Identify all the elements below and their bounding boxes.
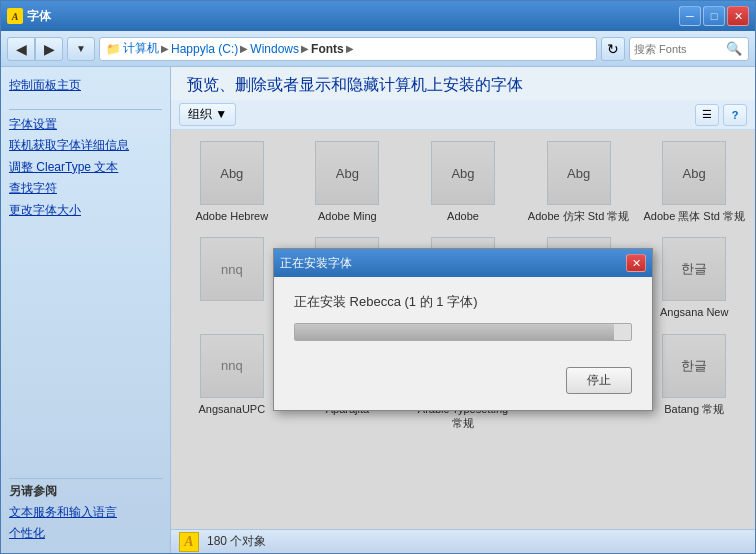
window-icon: A	[7, 8, 23, 24]
sidebar-tasks-section: 字体设置 联机获取字体详细信息 调整 ClearType 文本 查找字符 更改字…	[9, 114, 162, 222]
forward-button[interactable]: ▶	[35, 37, 63, 61]
close-button[interactable]: ✕	[727, 6, 749, 26]
modal-overlay: 正在安装字体 ✕ 正在安装 Rebecca (1 的 1 字体)	[171, 130, 755, 529]
toolbar-right: ☰ ?	[695, 104, 747, 126]
modal-close-button[interactable]: ✕	[626, 254, 646, 272]
sidebar-main-section: 控制面板主页	[9, 75, 162, 97]
sidebar-also-see-title: 另请参阅	[9, 483, 162, 500]
progress-bar	[294, 323, 632, 341]
breadcrumb-windows[interactable]: Windows	[250, 42, 299, 56]
sidebar-link-online-info[interactable]: 联机获取字体详细信息	[9, 135, 162, 157]
modal-title-bar: 正在安装字体 ✕	[274, 249, 652, 277]
content-header: 预览、删除或者显示和隐藏计算机上安装的字体	[171, 67, 755, 100]
dropdown-button[interactable]: ▼	[67, 37, 95, 61]
title-buttons: ─ □ ✕	[679, 6, 749, 26]
title-bar: A 字体 ─ □ ✕	[1, 1, 755, 31]
status-font-icon: A	[179, 532, 199, 552]
view-button[interactable]: ☰	[695, 104, 719, 126]
stop-button[interactable]: 停止	[566, 367, 632, 394]
organize-button[interactable]: 组织 ▼	[179, 103, 236, 126]
modal-status-text: 正在安装 Rebecca (1 的 1 字体)	[294, 293, 632, 311]
breadcrumb-folder-icon: 📁	[106, 42, 121, 56]
font-grid-container: Abg Adobe Hebrew Abg Adobe Ming Abg	[171, 130, 755, 529]
modal-footer: 停止	[274, 357, 652, 410]
search-bar: 🔍	[629, 37, 749, 61]
sidebar-control-panel-link[interactable]: 控制面板主页	[9, 75, 162, 97]
search-input[interactable]	[634, 43, 724, 55]
address-bar: ◀ ▶ ▼ 📁 计算机 ▶ Happyla (C:) ▶ Windows ▶ F…	[1, 31, 755, 67]
status-count: 180 个对象	[207, 533, 266, 550]
modal-body: 正在安装 Rebecca (1 的 1 字体)	[274, 277, 652, 357]
sidebar-divider-1	[9, 109, 162, 110]
back-button[interactable]: ◀	[7, 37, 35, 61]
sidebar-link-personalize[interactable]: 个性化	[9, 523, 162, 545]
progress-bar-fill	[295, 324, 614, 340]
minimize-button[interactable]: ─	[679, 6, 701, 26]
sidebar-link-cleartype[interactable]: 调整 ClearType 文本	[9, 157, 162, 179]
sidebar-link-font-settings[interactable]: 字体设置	[9, 114, 162, 136]
sidebar-link-find-char[interactable]: 查找字符	[9, 178, 162, 200]
maximize-button[interactable]: □	[703, 6, 725, 26]
sidebar: 控制面板主页 字体设置 联机获取字体详细信息 调整 ClearType 文本 查…	[1, 67, 171, 553]
toolbar: 组织 ▼ ☰ ?	[171, 100, 755, 130]
sidebar-bottom: 另请参阅 文本服务和输入语言 个性化	[9, 474, 162, 545]
breadcrumb-computer[interactable]: 计算机	[123, 40, 159, 57]
main-window: A 字体 ─ □ ✕ ◀ ▶ ▼ 📁 计算机 ▶ Happyla (C:) ▶ …	[0, 0, 756, 554]
status-bar: A 180 个对象	[171, 529, 755, 553]
breadcrumb-bar: 📁 计算机 ▶ Happyla (C:) ▶ Windows ▶ Fonts ▶	[99, 37, 597, 61]
sidebar-divider-2	[9, 478, 162, 479]
refresh-button[interactable]: ↻	[601, 37, 625, 61]
breadcrumb-fonts[interactable]: Fonts	[311, 42, 344, 56]
modal-title: 正在安装字体	[280, 255, 352, 272]
search-icon[interactable]: 🔍	[726, 41, 742, 56]
install-modal: 正在安装字体 ✕ 正在安装 Rebecca (1 的 1 字体)	[273, 248, 653, 411]
page-title: 预览、删除或者显示和隐藏计算机上安装的字体	[187, 75, 739, 96]
help-button[interactable]: ?	[723, 104, 747, 126]
nav-buttons: ◀ ▶	[7, 37, 63, 61]
title-bar-left: A 字体	[7, 8, 51, 25]
sidebar-link-text-services[interactable]: 文本服务和输入语言	[9, 502, 162, 524]
main-content: 控制面板主页 字体设置 联机获取字体详细信息 调整 ClearType 文本 查…	[1, 67, 755, 553]
window-title: 字体	[27, 8, 51, 25]
sidebar-link-change-size[interactable]: 更改字体大小	[9, 200, 162, 222]
content-area: 预览、删除或者显示和隐藏计算机上安装的字体 组织 ▼ ☰ ? Abg	[171, 67, 755, 553]
breadcrumb-drive[interactable]: Happyla (C:)	[171, 42, 238, 56]
